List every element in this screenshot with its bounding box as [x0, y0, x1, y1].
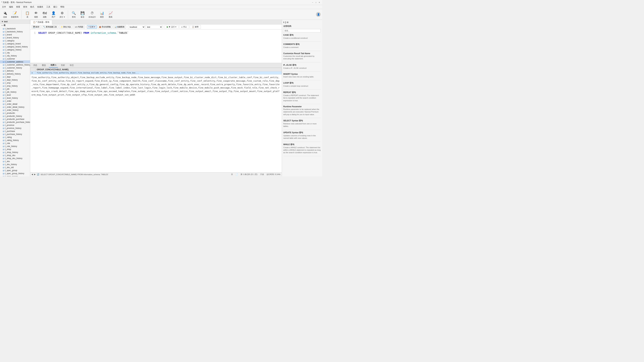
sidebar-table-item[interactable]: ▤t_delivery: [0, 70, 30, 72]
sidebar-tables-parent[interactable]: ▼ 表: [0, 24, 30, 27]
toolbar-table[interactable]: 📋 表: [24, 10, 31, 18]
tab-status[interactable]: 状态: [68, 63, 76, 67]
sidebar-table-item[interactable]: ▤t_category_history: [0, 48, 30, 51]
sidebar-table-item[interactable]: ▤t_level: [0, 94, 30, 96]
menu-tools[interactable]: 工具: [45, 5, 52, 9]
toolbar-other[interactable]: ⚙ 其它 ▾: [58, 10, 66, 18]
sidebar-table-item[interactable]: ▤t_emp: [0, 82, 30, 84]
toolbar-chart[interactable]: 📈 图表: [107, 10, 114, 18]
toolbar-autorun[interactable]: ⏱ 自动运行: [88, 10, 97, 18]
close-button[interactable]: ✕: [318, 1, 321, 4]
sidebar-table-item[interactable]: ▤t_brand: [0, 33, 30, 36]
sidebar-table-item[interactable]: ▤t_city: [0, 51, 30, 54]
sidebar-table-item[interactable]: ▤t_sku: [0, 160, 30, 163]
sidebar-table-item[interactable]: ▤t_city_history: [0, 54, 30, 57]
tab-messages[interactable]: 消息: [32, 63, 39, 67]
sidebar-table-item[interactable]: ▤t_rating_history: [0, 139, 30, 142]
sidebar-table-item[interactable]: ▤t_productin_purchase: [0, 118, 30, 121]
nav-prev[interactable]: ◀: [32, 173, 33, 176]
tab-profile[interactable]: 剖析: [59, 63, 67, 67]
toolbar-new-query[interactable]: 📝 新建查询: [10, 10, 20, 18]
right-panel-info-icon[interactable]: ℹ: [283, 21, 284, 24]
sidebar-table-item[interactable]: ▤t_emp_history: [0, 84, 30, 88]
sidebar-table-item[interactable]: ▤t_delivery_history: [0, 72, 30, 76]
menu-favorites[interactable]: 收藏夹: [36, 5, 44, 9]
connection-select[interactable]: localhost: [128, 25, 145, 29]
toolbar-backup[interactable]: 💾 备份: [79, 10, 86, 18]
snippet-item[interactable]: Customize Result Tab Name Customize the …: [283, 52, 321, 60]
explain-button[interactable]: 📋 解释: [190, 25, 201, 29]
sidebar-table-item[interactable]: ▤t_backstock: [0, 27, 30, 30]
snippet-item[interactable]: CASE 语句 Create a conditional construct: [283, 34, 321, 40]
sidebar-table-item[interactable]: ▤t_shop_sku_history: [0, 157, 30, 160]
menu-window[interactable]: 窗口: [52, 5, 59, 9]
snippet-item[interactable]: COMMENTS 语句 Create a comment: [283, 43, 321, 48]
text-button[interactable]: T 文本 ▾: [87, 25, 97, 29]
sidebar-table-item[interactable]: ▤t_spec_group_history: [0, 172, 30, 175]
sidebar-table-item[interactable]: ▤t_order_history: [0, 108, 30, 112]
snippet-item[interactable]: SELECT Syntax 语句 Retrieve rows selected …: [283, 119, 321, 128]
sidebar-table-item[interactable]: ▤t_order: [0, 100, 30, 102]
sidebar-table-item[interactable]: ▤t_shop: [0, 148, 30, 151]
run-button[interactable]: ▶ ▶ 运行 ▾: [164, 25, 178, 29]
tab-coverage[interactable]: 覆盖: [40, 63, 48, 67]
snippet-item[interactable]: REPEAT 语句 Create a REPEAT construct. The…: [283, 91, 321, 102]
tab-result-1[interactable]: 结果 1: [49, 63, 58, 68]
sidebar-table-item[interactable]: ▤t_productin_history: [0, 115, 30, 118]
menu-format[interactable]: 格式: [29, 5, 36, 9]
sidebar-table-item[interactable]: ▤t_role: [0, 142, 30, 145]
toolbar-model[interactable]: 📊 模型: [98, 10, 106, 18]
sidebar-table-item[interactable]: ▤t_job: [0, 88, 30, 90]
nav-refresh[interactable]: 🔄: [37, 173, 39, 176]
nav-next[interactable]: ▶: [34, 173, 36, 176]
sidebar-table-item[interactable]: ▤t_purchase_history: [0, 133, 30, 136]
sidebar-table-item[interactable]: ▤t_customer_history: [0, 66, 30, 70]
sidebar-table-item[interactable]: ▤t_level_history: [0, 96, 30, 100]
sidebar-table-item[interactable]: ▤t_sku_old: [0, 166, 30, 169]
menu-help[interactable]: 帮助: [59, 5, 66, 9]
snippet-item[interactable]: INSERT Syntax Insert new rows into an ex…: [283, 73, 321, 78]
sidebar-table-item[interactable]: ▤t_shop_sku: [0, 154, 30, 157]
sidebar-table-item[interactable]: ▤t_customer_address_history: [0, 63, 30, 66]
sidebar-table-item[interactable]: ▤t_province_history: [0, 127, 30, 130]
sidebar-table-item[interactable]: ▤t_purchase: [0, 130, 30, 133]
menu-file[interactable]: 文件: [1, 5, 8, 9]
sidebar-table-item[interactable]: ▤t_customer: [0, 57, 30, 60]
chart-create-button[interactable]: 📊 创建图表: [113, 25, 126, 29]
sidebar-table-item[interactable]: ▤t_category_brand_history: [0, 45, 30, 48]
sidebar-table-item[interactable]: ▤t_order_detail_history: [0, 106, 30, 108]
code-button[interactable]: </> 代码段: [73, 25, 85, 29]
sidebar-table-item[interactable]: ▤t_spec_group: [0, 169, 30, 172]
sidebar-table-item[interactable]: ▤t_category: [0, 39, 30, 42]
minimize-button[interactable]: ─: [311, 1, 314, 4]
grid-view-button[interactable]: ☰: [231, 173, 233, 176]
sidebar-table-item[interactable]: ▤t_sku_history: [0, 163, 30, 166]
menu-view[interactable]: 查看: [15, 5, 22, 9]
sidebar-table-item[interactable]: ▤t_productin_purchase_history: [0, 121, 30, 124]
menu-edit[interactable]: 编辑: [8, 5, 14, 9]
right-panel-code-icon[interactable]: {}: [285, 21, 286, 24]
snippet-item[interactable]: IF...ELSE 语句 Create a IF...ELSE construc…: [283, 64, 321, 70]
beautify-button[interactable]: ✨ 美化 SQL: [59, 25, 72, 29]
sidebar-table-item[interactable]: ▤t_rating: [0, 136, 30, 139]
sidebar-table-item[interactable]: ▤t_job_history: [0, 90, 30, 94]
sidebar-table-item[interactable]: ▤t_dept_history: [0, 78, 30, 82]
maximize-button[interactable]: □: [314, 1, 317, 4]
toolbar-query[interactable]: 🔍 查询: [70, 10, 78, 18]
sidebar-table-item[interactable]: ▤t_province: [0, 124, 30, 127]
sidebar-table-item[interactable]: ▤t_dept: [0, 76, 30, 78]
database-select[interactable]: test: [146, 25, 162, 29]
snippet-item[interactable]: WHILE 语句 Create a WHILE construct. The s…: [283, 143, 321, 154]
snippet-item[interactable]: Runtime Parameter Runtime parameter to b…: [283, 106, 321, 116]
sidebar-table-item[interactable]: ▤t_brand_history: [0, 36, 30, 39]
tab-query[interactable]: 📋 * 无标题 - 查询: [30, 20, 52, 24]
toolbar-function[interactable]: f(x) 函数: [41, 10, 48, 18]
sidebar-table-item[interactable]: ▤t_customer_address: [0, 60, 30, 63]
menu-query[interactable]: 查询: [22, 5, 28, 9]
form-view-button[interactable]: 📄: [236, 173, 238, 176]
sidebar-table-item[interactable]: ▤t_spec_param: [0, 175, 30, 176]
stop-button[interactable]: ■ 停止: [179, 25, 189, 29]
export-button[interactable]: 📤 导出结果集: [98, 25, 112, 29]
query-tool-button[interactable]: 🔧 查询创建工具: [42, 25, 58, 29]
sidebar-table-item[interactable]: ▤t_productin: [0, 112, 30, 115]
